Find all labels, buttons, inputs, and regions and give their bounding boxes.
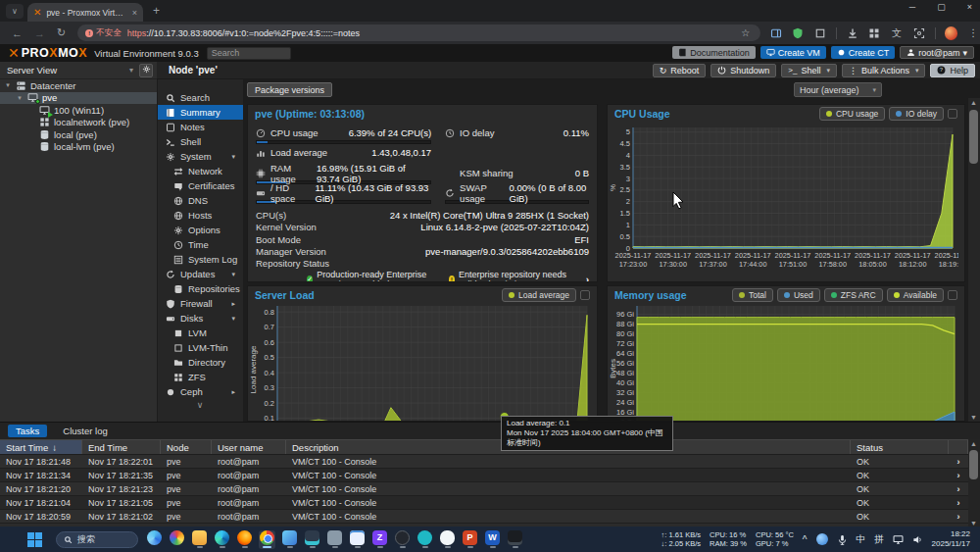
tasks-scrollbar[interactable]: ▲ ▼ [968,439,980,527]
window-close-button[interactable]: × [967,2,972,12]
taskbar-search[interactable]: 搜索 [56,531,138,548]
taskbar-app-chrome[interactable] [259,530,275,549]
microphone-icon[interactable] [837,534,848,545]
menu-item-disks[interactable]: Disks▾ [158,311,243,326]
help-button[interactable]: ?Help [930,64,975,77]
menu-item-options[interactable]: Options [158,223,243,237]
taskbar-app-edge[interactable] [214,530,230,549]
ime-language-indicator[interactable]: 中 [857,533,866,546]
legend-zfs-arc[interactable]: ZFS ARC [824,288,883,302]
menu-item-summary[interactable]: Summary [158,105,243,120]
user-menu-button[interactable]: root@pam▾ [900,46,974,59]
bulk-actions-button[interactable]: ⋮Bulk Actions▾ [842,64,926,77]
tree-item-local-pve-[interactable]: local (pve) [0,128,157,141]
new-tab-button[interactable]: + [153,4,160,18]
volume-icon[interactable] [912,534,923,545]
task-row[interactable]: Nov 17 18:20:59Nov 17 18:21:02pveroot@pa… [0,510,980,524]
taskbar-app-powerpoint[interactable]: P [462,530,478,549]
menu-item-notes[interactable]: Notes [158,120,243,134]
taskbar-app-devices[interactable] [326,530,343,549]
expand-down-icon[interactable]: ▾ [231,153,235,161]
task-row[interactable]: Nov 17 18:21:34Nov 17 18:21:35pveroot@pa… [0,469,980,482]
taskbar-clock[interactable]: 18:222025/11/17 [932,529,970,549]
menu-item-hosts[interactable]: Hosts [158,208,243,223]
tree-caret-icon[interactable]: ▾ [4,81,12,89]
onedrive-icon[interactable] [816,533,828,545]
menu-item-repositories[interactable]: Repositories [158,281,243,296]
shutdown-button[interactable]: Shutdown [710,64,776,77]
task-row[interactable]: Nov 17 18:21:04Nov 17 18:21:05pveroot@pa… [0,496,980,510]
content-scrollbar[interactable]: ▲ ▼ [968,98,980,422]
taskbar-app-zotero[interactable]: Z [371,530,388,549]
taskbar-app-obs[interactable] [394,530,411,549]
menu-item-updates[interactable]: Updates▾ [158,267,243,281]
forward-icon[interactable]: → [34,27,45,39]
time-range-select[interactable]: Hour (average)▾ [794,82,882,97]
menu-item-time[interactable]: Time [158,237,243,252]
tree-item-100-win11-[interactable]: 100 (Win11) [0,104,157,117]
shell-button[interactable]: >_Shell▾ [781,64,837,77]
taskbar-app-word[interactable]: W [484,530,501,549]
bookmark-star-icon[interactable]: ☆ [739,26,753,40]
chart-collapse-icon[interactable] [580,290,590,300]
chart-collapse-icon[interactable] [948,290,957,300]
task-row[interactable]: Nov 17 18:21:48Nov 17 18:22:01pveroot@pa… [0,455,980,469]
taskbar-app-color-wheel[interactable] [169,530,185,549]
expand-down-icon[interactable]: ▾ [231,271,235,278]
security-badge[interactable]: ! 不安全 [85,27,122,39]
adblock-shield-icon[interactable] [792,26,806,40]
reboot-button[interactable]: ↻Reboot [653,64,707,77]
temp-gpu-indicator[interactable]: CPU: 56 °CGPU: 7 % [756,530,794,548]
menu-item-dns[interactable]: DNS [158,193,243,208]
tab-search-icon[interactable]: ∨ [6,4,24,19]
menu-item-network[interactable]: Network [158,164,243,178]
reload-icon[interactable]: ↻ [57,26,66,39]
taskbar-app-copilot[interactable] [146,530,163,549]
menu-item-ceph[interactable]: Ceph▸ [158,384,243,399]
row-expand-icon[interactable]: › [949,496,968,509]
column-header-end-time[interactable]: End Time [82,440,161,454]
legend-used[interactable]: Used [777,288,820,302]
tree-item-datacenter[interactable]: ▾Datacenter [0,79,157,92]
net-speed-indicator[interactable]: ↑: 1.61 KB/s↓: 2.05 KB/s [662,530,701,548]
taskbar-app-notepad[interactable] [349,530,366,549]
qr-icon[interactable] [868,26,882,40]
translate-icon[interactable]: 文 [890,26,904,40]
taskbar-app-firefox[interactable] [236,530,253,549]
tree-caret-icon[interactable]: ▾ [16,94,24,102]
documentation-button[interactable]: Documentation [672,46,756,59]
side-panel-icon[interactable] [769,26,783,40]
tray-expand-icon[interactable]: ^ [803,534,808,545]
browser-menu-icon[interactable]: ⋮ [966,26,980,40]
ime-mode-indicator[interactable]: 拼 [874,533,884,546]
repo-details-arrow-icon[interactable]: › [586,275,589,283]
create-vm-button[interactable]: Create VM [760,46,826,59]
taskbar-app-task-manager[interactable] [304,530,320,549]
menu-item-certificates[interactable]: Certificates [158,178,243,193]
tree-item-local-lvm-pve-[interactable]: local-lvm (pve) [0,141,157,154]
row-expand-icon[interactable]: › [949,482,968,495]
downloads-icon[interactable] [846,26,859,40]
taskbar-app-file-explorer[interactable] [191,530,208,549]
task-row[interactable]: Nov 17 18:21:20Nov 17 18:21:23pveroot@pa… [0,482,980,496]
menu-scroll-chevron-icon[interactable]: ∨ [157,400,243,410]
screenshot-icon[interactable] [912,26,926,40]
tree-item-localnetwork-pve-[interactable]: localnetwork (pve) [0,117,157,129]
expand-down-icon[interactable]: ▾ [231,315,235,323]
taskbar-app-photos[interactable] [281,530,298,549]
column-header-user-name[interactable]: User name [212,440,286,454]
menu-item-search[interactable]: Search [158,90,243,105]
legend-io-delay[interactable]: IO delay [889,107,944,121]
pve-search-input[interactable] [207,47,291,60]
taskbar-app-wechat[interactable] [439,530,456,549]
browser-tab[interactable]: ✕ pve - Proxmox Virtual Enviro × [27,3,143,22]
display-icon[interactable] [893,534,904,545]
column-header-start-time[interactable]: Start Time↓ [0,440,82,454]
legend-available[interactable]: Available [887,288,944,302]
tab-cluster-log[interactable]: Cluster log [55,425,115,437]
menu-item-lvm[interactable]: LVM [158,326,243,340]
column-header-node[interactable]: Node [161,440,212,454]
taskbar-app-terminal[interactable] [507,530,523,549]
profile-avatar[interactable] [945,26,958,40]
view-settings-button[interactable] [139,64,153,77]
